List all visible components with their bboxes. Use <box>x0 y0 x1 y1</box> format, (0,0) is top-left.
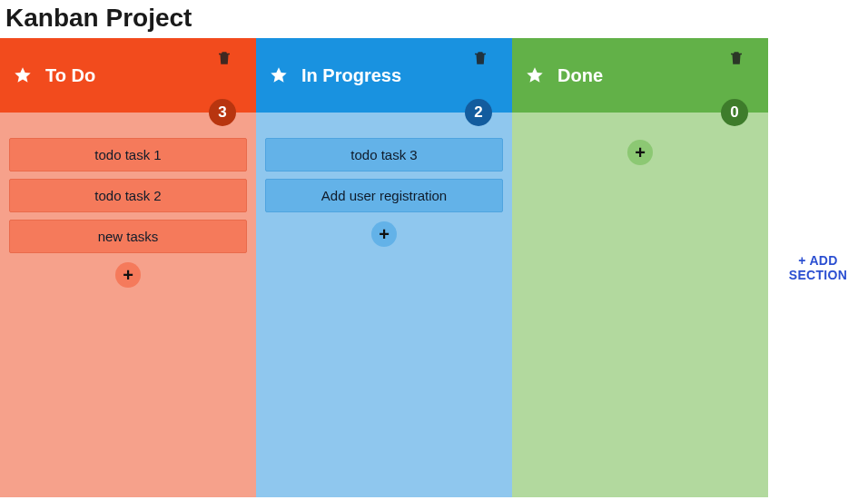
column-done-body: + <box>512 113 768 497</box>
task-card[interactable]: new tasks <box>9 220 247 253</box>
task-card[interactable]: todo task 1 <box>9 138 247 172</box>
column-done-title: Done <box>557 65 603 86</box>
page-title: Kanban Project <box>0 0 868 38</box>
column-done-count: 0 <box>721 99 748 126</box>
column-done: Done 0 + <box>512 38 768 497</box>
column-in-progress-count: 2 <box>465 99 492 126</box>
star-icon <box>13 65 33 85</box>
task-card[interactable]: Add user registration <box>265 179 503 212</box>
column-todo-header: To Do 3 <box>0 38 256 113</box>
add-task-button[interactable]: + <box>371 221 397 247</box>
column-todo: To Do 3 todo task 1 todo task 2 new task… <box>0 38 256 497</box>
add-task-button[interactable]: + <box>627 140 653 165</box>
column-in-progress: In Progress 2 todo task 3 Add user regis… <box>256 38 512 497</box>
add-task-button[interactable]: + <box>115 262 141 288</box>
column-in-progress-header: In Progress 2 <box>256 38 512 113</box>
kanban-board: To Do 3 todo task 1 todo task 2 new task… <box>0 38 868 497</box>
trash-icon[interactable] <box>216 49 232 71</box>
column-todo-body: todo task 1 todo task 2 new tasks + <box>0 113 256 497</box>
column-todo-count: 3 <box>209 99 236 126</box>
column-done-header: Done 0 <box>512 38 768 113</box>
trash-icon[interactable] <box>728 49 745 71</box>
task-card[interactable]: todo task 2 <box>9 179 247 212</box>
star-icon <box>525 65 545 85</box>
star-icon <box>269 65 289 85</box>
task-card[interactable]: todo task 3 <box>265 138 503 172</box>
column-in-progress-body: todo task 3 Add user registration + <box>256 113 512 497</box>
add-section-button[interactable]: + ADD SECTION <box>768 38 868 497</box>
trash-icon[interactable] <box>472 49 488 71</box>
column-in-progress-title: In Progress <box>301 65 401 86</box>
column-todo-title: To Do <box>45 65 95 86</box>
